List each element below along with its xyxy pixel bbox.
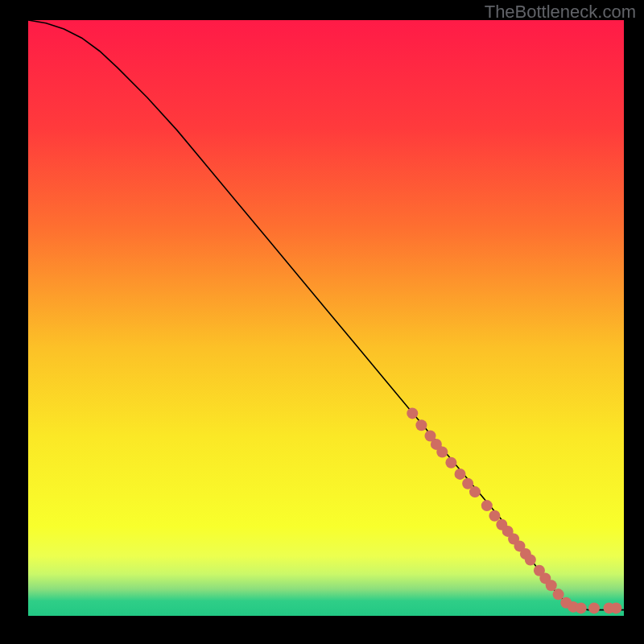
data-point <box>469 486 481 497</box>
data-point <box>436 447 448 458</box>
chart-container: TheBottleneck.com <box>0 0 644 644</box>
chart-svg <box>28 20 624 616</box>
data-point <box>525 554 536 565</box>
data-point <box>546 580 557 591</box>
data-point <box>445 457 456 469</box>
data-point <box>610 602 621 613</box>
plot-area <box>28 20 624 616</box>
data-point <box>415 419 427 431</box>
data-point <box>455 469 466 480</box>
data-point <box>588 602 600 613</box>
data-point <box>553 588 564 600</box>
gradient-background <box>28 20 624 616</box>
watermark-text: TheBottleneck.com <box>485 2 636 23</box>
data-point <box>407 407 418 419</box>
data-point <box>481 500 493 511</box>
data-point <box>576 602 587 613</box>
data-point <box>489 510 500 522</box>
